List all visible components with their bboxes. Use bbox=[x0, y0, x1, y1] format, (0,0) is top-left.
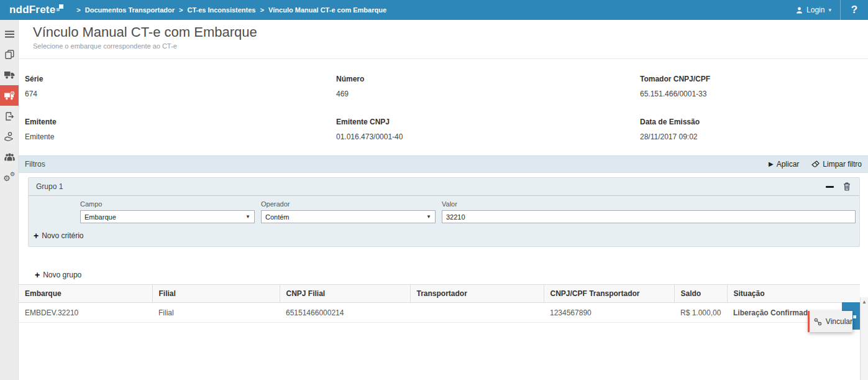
play-icon: ▶ bbox=[769, 161, 774, 167]
breadcrumb-chevron-icon: > bbox=[179, 6, 183, 14]
criteria-row: Campo Embarque ▼ Operador Contém ▼ Valor bbox=[29, 196, 859, 223]
login-button[interactable]: Login ▾ bbox=[787, 0, 840, 20]
select-caret-icon: ▼ bbox=[245, 214, 250, 220]
header-situacao: Situação bbox=[727, 285, 860, 303]
field-serie: Série 674 bbox=[25, 75, 336, 98]
filter-group-title: Grupo 1 bbox=[36, 182, 63, 191]
sidebar-item-settings[interactable]: ⚙ ⚙ bbox=[0, 167, 19, 188]
app-logo[interactable]: nddFrete bbox=[9, 4, 63, 16]
field-emitente-cnpj-value: 01.016.473/0001-40 bbox=[336, 132, 640, 141]
scroll-up-icon[interactable]: ▲ bbox=[861, 297, 868, 305]
sidebar-item-truck[interactable] bbox=[0, 65, 19, 85]
user-icon bbox=[796, 7, 803, 14]
cell-transportador bbox=[410, 303, 544, 323]
header-filial: Filial bbox=[152, 285, 280, 303]
menu-icon bbox=[5, 30, 14, 38]
header-saldo: Saldo bbox=[674, 285, 727, 303]
documents-icon bbox=[5, 50, 14, 59]
vincular-label: Vincular bbox=[826, 317, 852, 326]
help-button[interactable]: ? bbox=[841, 0, 868, 20]
valor-input[interactable] bbox=[442, 210, 856, 223]
cell-saldo: R$ 1.000,00 bbox=[674, 303, 727, 323]
cell-cnpj-filial: 65151466000214 bbox=[280, 303, 410, 323]
export-icon bbox=[5, 112, 14, 121]
users-icon bbox=[4, 153, 15, 161]
operador-field: Operador Contém ▼ bbox=[261, 200, 436, 223]
field-emitente-cnpj-label: Emitente CNPJ bbox=[336, 118, 640, 126]
cell-filial: Filial bbox=[152, 303, 280, 323]
app-logo-text: nddFrete bbox=[9, 4, 55, 16]
vincular-menu-item[interactable]: Vincular bbox=[808, 311, 852, 332]
link-icon bbox=[814, 318, 822, 326]
breadcrumb-item-current-page: Vínculo Manual CT-e com Embarque bbox=[268, 6, 386, 14]
field-emitente-label: Emitente bbox=[25, 118, 336, 126]
logo-squares-icon bbox=[57, 4, 63, 11]
operador-select[interactable]: Contém ▼ bbox=[261, 210, 436, 223]
new-criteria-button[interactable]: + Novo critério bbox=[34, 231, 84, 240]
field-tomador-value: 65.151.466/0001-33 bbox=[640, 90, 868, 98]
delete-group-button[interactable] bbox=[843, 182, 851, 191]
breadcrumb-item-documentos-transportador[interactable]: Documentos Transportador bbox=[85, 6, 175, 14]
header-cnpj-transportador: CNPJ/CPF Transportador bbox=[544, 285, 674, 303]
page-header: Vínculo Manual CT-e com Embarque Selecio… bbox=[19, 20, 868, 59]
page-subtitle: Selecione o embarque correspondente ao C… bbox=[33, 42, 177, 50]
payment-icon bbox=[4, 132, 14, 141]
breadcrumb-item-ctes-inconsistentes[interactable]: CT-es Inconsistentes bbox=[187, 6, 255, 14]
sidebar-toggle-menu[interactable] bbox=[0, 24, 19, 44]
sidebar: ⚙ ⚙ bbox=[0, 20, 19, 380]
valor-label: Valor bbox=[442, 200, 856, 208]
field-data-emissao-value: 28/11/2017 09:02 bbox=[640, 132, 868, 141]
table-row[interactable]: EMBDEV.32210 Filial 65151466000214 12345… bbox=[19, 303, 860, 323]
table-header-row: Embarque Filial CNPJ Filial Transportado… bbox=[19, 285, 860, 303]
campo-label: Campo bbox=[80, 200, 255, 208]
plus-icon: + bbox=[34, 232, 39, 239]
valor-field: Valor bbox=[442, 200, 856, 223]
truck-icon bbox=[4, 71, 15, 79]
sidebar-item-cte-documents-active[interactable] bbox=[0, 85, 19, 106]
cte-details: Série 674 Número 469 Tomador CNPJ/CPF 65… bbox=[25, 59, 868, 141]
collapse-group-button[interactable] bbox=[826, 186, 834, 188]
truck-status-icon bbox=[4, 91, 15, 100]
table-vertical-scrollbar[interactable]: ▲ bbox=[860, 297, 868, 380]
filter-group-1: Grupo 1 Campo Embarque ▼ Operador Contém bbox=[28, 177, 860, 247]
field-numero: Número 469 bbox=[336, 75, 640, 98]
field-serie-label: Série bbox=[25, 75, 336, 83]
field-emitente-value: Emitente bbox=[25, 132, 336, 141]
settings-gears-icon: ⚙ ⚙ bbox=[4, 173, 14, 183]
field-numero-value: 469 bbox=[336, 90, 640, 98]
cell-cnpj-transportador: 1234567890 bbox=[544, 303, 674, 323]
sidebar-item-users[interactable] bbox=[0, 147, 19, 167]
sidebar-item-payment[interactable] bbox=[0, 126, 19, 147]
select-caret-icon: ▼ bbox=[426, 214, 431, 220]
new-criteria-label: Novo critério bbox=[42, 231, 83, 240]
field-tomador-label: Tomador CNPJ/CPF bbox=[640, 75, 868, 83]
field-numero-label: Número bbox=[336, 75, 640, 83]
breadcrumb-chevron-icon: > bbox=[76, 6, 80, 14]
trash-icon bbox=[843, 182, 851, 191]
clear-filter-button[interactable]: Limpar filtro bbox=[811, 160, 862, 169]
campo-select[interactable]: Embarque ▼ bbox=[80, 210, 255, 223]
campo-selected-value: Embarque bbox=[85, 213, 116, 221]
campo-field: Campo Embarque ▼ bbox=[80, 200, 255, 223]
field-serie-value: 674 bbox=[25, 90, 336, 98]
sidebar-item-documents[interactable] bbox=[0, 44, 19, 65]
header-transportador: Transportador bbox=[410, 285, 544, 303]
operador-selected-value: Contém bbox=[265, 213, 290, 221]
operador-label: Operador bbox=[261, 200, 436, 208]
field-data-emissao: Data de Emissão 28/11/2017 09:02 bbox=[640, 118, 868, 141]
eraser-icon bbox=[811, 160, 820, 168]
top-bar: nddFrete > Documentos Transportador > CT… bbox=[0, 0, 868, 20]
sidebar-item-export[interactable] bbox=[0, 106, 19, 126]
embarques-table: Embarque Filial CNPJ Filial Transportado… bbox=[19, 284, 860, 323]
row-actions-icon bbox=[853, 315, 856, 318]
main-content: Vínculo Manual CT-e com Embarque Selecio… bbox=[19, 20, 868, 380]
chevron-down-icon: ▾ bbox=[828, 7, 831, 13]
page-title: Vínculo Manual CT-e com Embarque bbox=[33, 24, 257, 40]
header-embarque: Embarque bbox=[19, 285, 152, 303]
new-group-button[interactable]: + Novo grupo bbox=[35, 271, 81, 279]
header-cnpj-filial: CNPJ Filial bbox=[280, 285, 410, 303]
apply-filter-button[interactable]: ▶ Aplicar bbox=[769, 160, 799, 169]
breadcrumb-chevron-icon: > bbox=[260, 6, 264, 14]
login-label: Login bbox=[806, 6, 825, 14]
filter-group-header: Grupo 1 bbox=[29, 178, 859, 196]
